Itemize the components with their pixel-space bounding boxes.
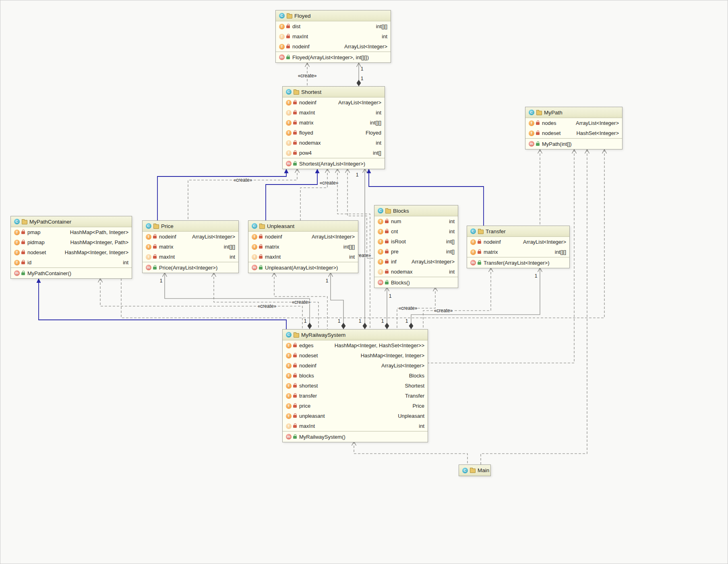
field-type: int <box>343 254 355 260</box>
class-header[interactable]: CTransfer <box>467 226 569 237</box>
field-row[interactable]: fnodeinfArrayList<Integer> <box>283 361 428 371</box>
private-lock-icon <box>293 152 297 155</box>
field-row[interactable]: fidint <box>11 257 132 267</box>
field-row[interactable]: fpricePrice <box>283 401 428 411</box>
class-header[interactable]: CPrice <box>143 221 238 232</box>
class-header[interactable]: CMyPath <box>525 107 622 118</box>
class-floyed[interactable]: CFloyedfdistint[][]fmaxIntintfnodeinfArr… <box>275 10 391 63</box>
class-header[interactable]: CUnpleasant <box>248 221 358 232</box>
class-header[interactable]: CMain <box>459 465 490 476</box>
methods-section: mMyPath(int[]) <box>525 138 622 149</box>
method-row[interactable]: mTransfer(ArrayList<Integer>) <box>467 257 569 268</box>
field-row[interactable]: fpreint[] <box>374 247 458 257</box>
class-header[interactable]: CShortest <box>283 87 385 97</box>
field-row[interactable]: ffloyedFloyed <box>283 128 385 138</box>
method-row[interactable]: mPrice(ArrayList<Integer>) <box>143 262 238 273</box>
field-row[interactable]: fnodeinfArrayList<Integer> <box>276 41 391 52</box>
field-name: matrix <box>299 120 313 126</box>
field-row[interactable]: fpmapHashMap<Path, Integer> <box>11 227 132 237</box>
class-transfer[interactable]: CTransferfnodeinfArrayList<Integer>fmatr… <box>467 226 570 268</box>
composition-diamond <box>308 323 312 329</box>
class-mypath[interactable]: CMyPathfnodesArrayList<Integer>fnodesetH… <box>525 107 623 149</box>
field-row[interactable]: fcntint <box>374 226 458 236</box>
class-blocks[interactable]: CBlocksfnumintfcntintfisRootint[]fpreint… <box>374 205 458 288</box>
method-row[interactable]: mMyRailwaySystem() <box>283 431 428 442</box>
class-shortest[interactable]: CShortestfnodeinfArrayList<Integer>fmaxI… <box>282 86 385 169</box>
class-main[interactable]: CMain <box>459 464 491 476</box>
field-type: int[] <box>441 238 455 245</box>
field-name: inf <box>391 259 397 265</box>
edge-railway-owns-unpleasant <box>329 273 346 329</box>
create-label: «create» <box>434 308 453 313</box>
folder-icon <box>478 230 484 234</box>
field-row[interactable]: fmaxIntint <box>276 31 391 41</box>
field-row[interactable]: fmatrixint[][] <box>143 242 238 252</box>
class-unpleasant[interactable]: CUnpleasantfnodeinfArrayList<Integer>fma… <box>248 220 358 273</box>
field-row[interactable]: fisRootint[] <box>374 236 458 247</box>
field-row[interactable]: fnodesetHashSet<Integer> <box>525 128 622 138</box>
method-row[interactable]: mShortest(ArrayList<Integer>) <box>283 158 385 169</box>
field-row[interactable]: fnodesetHashMap<Integer, Integer> <box>283 350 428 361</box>
field-icon: f <box>470 249 476 255</box>
field-row[interactable]: fnodeinfArrayList<Integer> <box>283 97 385 108</box>
field-row[interactable]: fedgesHashMap<Integer, HashSet<Integer>> <box>283 340 428 350</box>
method-row[interactable]: mUnpleasant(ArrayList<Integer>) <box>248 262 358 273</box>
field-row[interactable]: fnodeinfArrayList<Integer> <box>467 237 569 247</box>
class-mypathcontainer[interactable]: CMyPathContainerfpmapHashMap<Path, Integ… <box>10 216 132 279</box>
field-name: pidmap <box>27 239 45 245</box>
field-name: matrix <box>159 244 173 250</box>
field-row[interactable]: ftransferTransfer <box>283 391 428 401</box>
method-row[interactable]: mMyPathContainer() <box>11 268 132 278</box>
field-name: id <box>27 259 31 265</box>
arrowhead-filled <box>37 278 41 283</box>
field-row[interactable]: fnodemaxint <box>283 138 385 148</box>
field-row[interactable]: fmatrixint[][] <box>467 247 569 257</box>
private-lock-icon <box>293 395 297 398</box>
field-row[interactable]: fnodeinfArrayList<Integer> <box>248 232 358 242</box>
field-row[interactable]: fmaxIntint <box>143 252 238 262</box>
field-row[interactable]: fnodesetHashMap<Integer, Integer> <box>11 247 132 257</box>
multiplicity-label: 1 <box>160 278 163 284</box>
fields-section: fnodeinfArrayList<Integer>fmaxIntintfmat… <box>283 97 385 158</box>
field-name: num <box>391 218 401 224</box>
class-price[interactable]: CPricefnodeinfArrayList<Integer>fmatrixi… <box>142 220 239 273</box>
class-myrailwaysystem[interactable]: CMyRailwaySystemfedgesHashMap<Integer, H… <box>282 329 428 442</box>
field-row[interactable]: fpidmapHashMap<Integer, Path> <box>11 237 132 247</box>
class-header[interactable]: CMyPathContainer <box>11 216 132 227</box>
private-lock-icon <box>153 256 157 259</box>
class-header[interactable]: CBlocks <box>374 205 458 216</box>
fields-section: fnodeinfArrayList<Integer>fmatrixint[][] <box>467 237 569 257</box>
field-row[interactable]: fnodesArrayList<Integer> <box>525 118 622 128</box>
field-row[interactable]: funpleasantUnpleasant <box>283 411 428 421</box>
field-row[interactable]: fmatrixint[][] <box>283 118 385 128</box>
method-signature: Floyed(ArrayList<Integer>, int[][]) <box>292 54 369 60</box>
private-lock-icon <box>536 122 540 125</box>
field-row[interactable]: fmaxIntint <box>248 252 358 262</box>
field-name: nodeinf <box>265 234 282 240</box>
create-label: «create» <box>234 177 252 183</box>
field-name: matrix <box>484 249 498 255</box>
field-type: ArrayList<Integer> <box>306 234 355 240</box>
method-row[interactable]: mFloyed(ArrayList<Integer>, int[][]) <box>276 52 391 62</box>
field-row[interactable]: fblocksBlocks <box>283 371 428 381</box>
field-row[interactable]: fmaxIntint <box>283 421 428 431</box>
field-row[interactable]: fnumint <box>374 216 458 226</box>
method-row[interactable]: mBlocks() <box>374 277 458 288</box>
field-name: edges <box>299 342 313 348</box>
field-icon: f <box>286 130 292 136</box>
method-row[interactable]: mMyPath(int[]) <box>525 139 622 149</box>
field-row[interactable]: fshortestShortest <box>283 381 428 391</box>
field-row[interactable]: fnodemaxint <box>374 267 458 277</box>
private-lock-icon <box>293 425 297 428</box>
class-icon: C <box>279 13 285 19</box>
field-row[interactable]: fmaxIntint <box>283 108 385 118</box>
field-row[interactable]: fpow4int[] <box>283 148 385 158</box>
field-row[interactable]: finfArrayList<Integer> <box>374 257 458 267</box>
field-row[interactable]: fnodeinfArrayList<Integer> <box>143 232 238 242</box>
class-header[interactable]: CMyRailwaySystem <box>283 330 428 340</box>
field-row[interactable]: fmatrixint[][] <box>248 242 358 252</box>
field-type: int[][] <box>338 244 355 250</box>
field-row[interactable]: fdistint[][] <box>276 21 391 31</box>
class-header[interactable]: CFloyed <box>276 10 391 21</box>
field-icon: f <box>286 150 292 156</box>
